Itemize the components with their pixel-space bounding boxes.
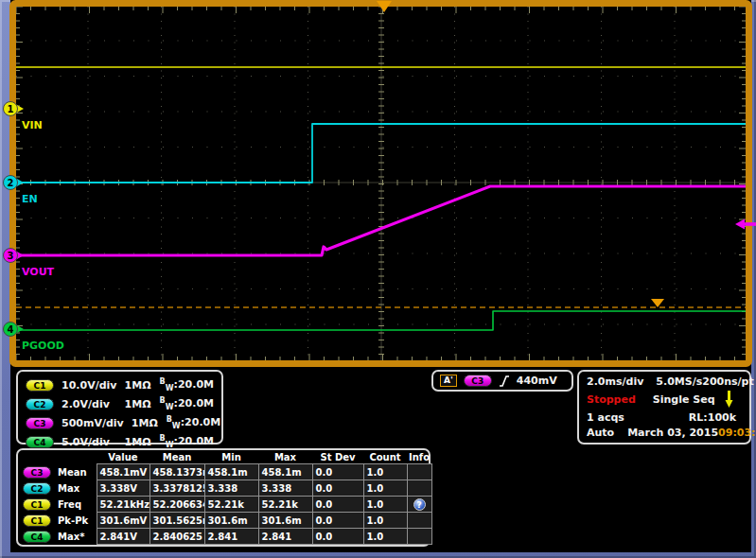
meas-min: 52.21k xyxy=(204,497,258,513)
trigger-level-arrow-stem[interactable] xyxy=(744,222,756,226)
meas-count: 1.0 xyxy=(363,464,407,480)
meas-max: 458.1m xyxy=(258,464,312,480)
sample-resolution: 200ns/pt xyxy=(702,375,754,388)
meas-value: 3.338V xyxy=(97,480,149,497)
meas-value: 52.21kHz xyxy=(97,497,149,513)
measurement-row[interactable]: C1Freq52.21kHz52.206634k52.21k52.21k0.01… xyxy=(21,497,431,513)
acquisition-count: 1 acqs xyxy=(587,411,624,424)
channel-label-pgood: PGOOD xyxy=(22,340,64,352)
measurement-row[interactable]: C3Mean458.1mV458.1373m458.1m458.1m0.01.0 xyxy=(21,464,431,480)
acquisition-mode: Single Seq xyxy=(653,393,715,406)
meas-name: Max* xyxy=(58,532,84,542)
channel-impedance: 1MΩ xyxy=(125,379,151,392)
meas-name: Max xyxy=(58,483,79,494)
meas-count: 1.0 xyxy=(363,513,407,529)
meas-mean: 2.840625 xyxy=(149,529,204,545)
meas-header-value: Value xyxy=(97,451,149,464)
waveform-display: 1VIN2EN3VOUT4PGOOD xyxy=(0,0,756,369)
meas-info-cell: ? xyxy=(407,497,431,513)
channel-badge-c3: C3 xyxy=(26,417,54,429)
meas-info-cell xyxy=(407,480,431,497)
meas-name: Pk-Pk xyxy=(58,515,88,526)
channel-settings-row-c3[interactable]: C3500mV/div1MΩBW:20.0M xyxy=(26,413,214,432)
trigger-readout-panel[interactable]: A' C3 440mV xyxy=(431,370,573,392)
meas-max: 2.841 xyxy=(258,529,312,545)
svg-text:2: 2 xyxy=(8,178,14,188)
svg-text:3: 3 xyxy=(8,251,14,261)
channel-scale: 500mV/div xyxy=(62,417,124,429)
meas-max: 3.338 xyxy=(258,480,312,497)
channel-impedance: 1MΩ xyxy=(125,398,151,410)
meas-channel-badge: C4 xyxy=(23,531,51,543)
meas-max: 52.21k xyxy=(258,497,312,513)
channel-settings-row-c2[interactable]: C22.0V/div1MΩBW:20.0M xyxy=(26,394,214,413)
meas-count: 1.0 xyxy=(363,529,407,545)
meas-stdev: 0.0 xyxy=(312,497,363,513)
rising-edge-slope-icon xyxy=(499,375,510,388)
meas-mean: 301.5625m xyxy=(149,513,204,529)
channel-scale: 5.0V/div xyxy=(62,436,110,448)
measurements-table: ValueMeanMinMaxSt DevCountInfo C3Mean458… xyxy=(21,451,432,545)
measurement-row[interactable]: C2Max3.338V3.33781253.3383.3380.01.0 xyxy=(21,480,431,497)
channel-impedance: 1MΩ xyxy=(132,417,158,429)
meas-name: Freq xyxy=(58,499,81,510)
measurements-panel: ValueMeanMinMaxSt DevCountInfo C3Mean458… xyxy=(16,448,431,547)
measurement-row[interactable]: C4Max*2.841V2.8406252.8412.8410.01.0 xyxy=(21,529,431,545)
timebase-scale: 2.0ms/div xyxy=(587,375,643,388)
meas-info-cell xyxy=(407,513,431,529)
channel-settings-row-c1[interactable]: C110.0V/div1MΩBW:20.0M xyxy=(26,375,214,394)
channel-scale: 2.0V/div xyxy=(62,398,110,410)
meas-header-st-dev: St Dev xyxy=(312,451,363,464)
meas-value: 2.841V xyxy=(97,529,149,545)
meas-channel-badge: C3 xyxy=(23,466,51,479)
channel-badge-c4: C4 xyxy=(26,436,54,448)
time-display: 09:03:20 xyxy=(718,427,756,439)
meas-stdev: 0.0 xyxy=(312,513,363,529)
sample-rate: 5.0MS/s xyxy=(656,375,702,388)
oscilloscope-screen: 1VIN2EN3VOUT4PGOOD C110.0V/div1MΩBW:20.0… xyxy=(0,0,756,558)
meas-info-cell xyxy=(407,464,431,480)
meas-header-min: Min xyxy=(204,451,258,464)
channel-impedance: 1MΩ xyxy=(125,436,151,448)
channel-label-vin: VIN xyxy=(22,119,43,131)
meas-header-mean: Mean xyxy=(149,451,204,464)
channel-label-en: EN xyxy=(22,193,38,205)
acquisition-status: Stopped xyxy=(587,393,636,406)
meas-mean: 3.3378125 xyxy=(149,480,204,497)
trigger-level-value: 440mV xyxy=(517,375,557,387)
svg-text:1: 1 xyxy=(8,104,14,114)
channel-scale: 10.0V/div xyxy=(62,379,117,392)
channel-bandwidth: BW:20.0M xyxy=(160,375,214,394)
svg-text:4: 4 xyxy=(8,324,14,335)
trigger-level-indicator-icon xyxy=(724,391,734,409)
timebase-panel[interactable]: 2.0ms/div 5.0MS/s 200ns/pt Stopped Singl… xyxy=(577,370,751,445)
meas-max: 301.6m xyxy=(258,513,312,529)
channel-label-vout: VOUT xyxy=(22,266,55,278)
date-display: March 03, 2015 xyxy=(627,427,718,439)
meas-stdev: 0.0 xyxy=(312,464,363,480)
channel-badge-c2: C2 xyxy=(26,398,54,410)
meas-value: 301.6mV xyxy=(97,513,149,529)
channel-settings-panel[interactable]: C110.0V/div1MΩBW:20.0MC22.0V/div1MΩBW:20… xyxy=(16,370,223,445)
meas-channel-badge: C2 xyxy=(23,482,51,495)
a-trigger-badge: A' xyxy=(440,375,457,387)
meas-mean: 458.1373m xyxy=(149,464,204,480)
info-icon[interactable]: ? xyxy=(413,498,426,511)
trigger-mode: Auto xyxy=(587,427,614,439)
meas-channel-badge: C1 xyxy=(23,498,51,511)
meas-header-info: Info xyxy=(407,451,431,464)
trigger-source-badge: C3 xyxy=(464,375,492,387)
meas-min: 3.338 xyxy=(204,480,258,497)
meas-header-blank xyxy=(21,451,97,464)
channel-bandwidth: BW:20.0M xyxy=(167,413,220,432)
meas-header-count: Count xyxy=(363,451,407,464)
meas-stdev: 0.0 xyxy=(312,529,363,545)
meas-value: 458.1mV xyxy=(97,464,149,480)
measurement-row[interactable]: C1Pk-Pk301.6mV301.5625m301.6m301.6m0.01.… xyxy=(21,513,431,529)
channel-bandwidth: BW:20.0M xyxy=(160,394,214,413)
meas-min: 301.6m xyxy=(204,513,258,529)
meas-name: Mean xyxy=(58,467,87,478)
meas-info-cell xyxy=(407,529,431,545)
meas-mean: 52.206634k xyxy=(149,497,204,513)
meas-channel-badge: C1 xyxy=(23,514,51,527)
